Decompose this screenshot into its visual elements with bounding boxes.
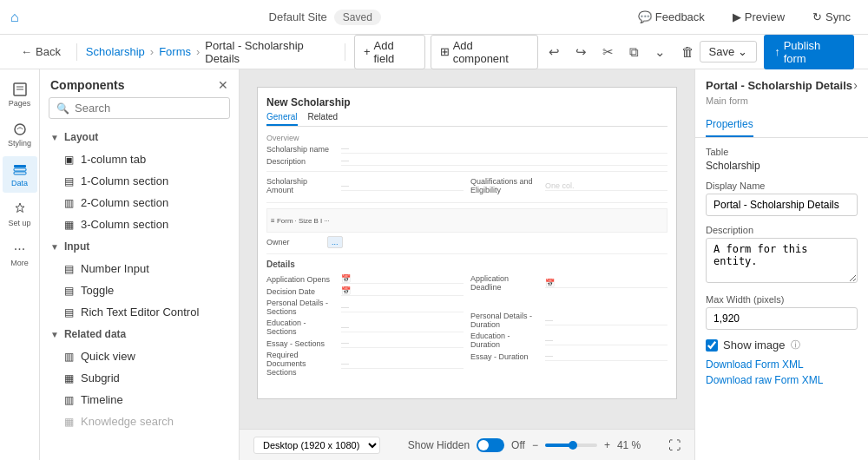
rt-bold-btn[interactable]: B [314, 217, 319, 225]
scholarship-name-value: — [341, 144, 667, 154]
redo-button[interactable]: ↪ [570, 41, 592, 63]
sync-button[interactable]: ↻ Sync [806, 7, 858, 27]
feedback-icon: 💬 [638, 10, 652, 23]
more-toolbar-button[interactable]: ⌄ [649, 41, 671, 63]
essay-sections-label: Essay - Sections [266, 339, 336, 348]
download-form-xml-link[interactable]: Download Form XML [706, 358, 858, 371]
back-button[interactable]: ← Back [14, 42, 68, 62]
sidebar-item-quick-view[interactable]: ▥ Quick view [40, 345, 239, 367]
2col-section-icon: ▥ [64, 197, 74, 209]
rt-size-btn[interactable]: · Size [295, 217, 312, 225]
publish-form-button[interactable]: ↑ Publish form [764, 35, 854, 69]
undo-button[interactable]: ↩ [543, 41, 565, 63]
sidebar-item-2col-section[interactable]: ▥ 2-Column section [40, 192, 239, 214]
nav-setup[interactable]: Set up [3, 196, 37, 233]
show-image-label: Show image [723, 338, 786, 352]
search-icon: 🔍 [56, 102, 69, 115]
preview-button[interactable]: ▶ Preview [726, 7, 792, 27]
display-name-input[interactable] [706, 194, 858, 216]
app-opens-label: Application Opens [266, 275, 336, 284]
rt-form-btn[interactable]: ≡ Form [271, 217, 293, 225]
viewport-select[interactable]: Desktop (1920 x 1080) [253, 437, 380, 454]
overview-label: Overview [266, 134, 667, 142]
delete-button[interactable]: 🗑 [676, 41, 700, 62]
rt-more-btn[interactable]: ··· [324, 217, 330, 225]
sidebar-item-3col-section[interactable]: ▦ 3-Column section [40, 214, 239, 235]
form-tab-related[interactable]: Related [308, 112, 338, 126]
canvas-bottom-left: Desktop (1920 x 1080) [253, 437, 380, 454]
essay-sections-row: Essay - Sections — [266, 338, 464, 348]
qual-value: One col. [545, 181, 667, 191]
edu-duration-label: Education - Duration [470, 332, 540, 349]
breadcrumb: ← Back Scholarship › Forms › Portal - Sc… [14, 35, 700, 69]
tab-properties[interactable]: Properties [706, 113, 753, 137]
knowledge-search-icon: ▦ [64, 416, 74, 428]
layout-section-header[interactable]: ▼ Layout [40, 126, 239, 148]
scholarship-name-row: Scholarship name — [266, 144, 667, 154]
nav-data[interactable]: Data [3, 156, 37, 193]
save-button[interactable]: Save ⌄ [700, 41, 758, 62]
show-hidden-toggle[interactable] [477, 438, 504, 452]
zoom-plus-icon[interactable]: + [604, 439, 610, 451]
show-image-checkbox[interactable] [706, 339, 718, 352]
add-field-button[interactable]: + Add field [354, 35, 425, 69]
zoom-minus-icon[interactable]: − [532, 439, 538, 451]
qual-row: Qualifications and Eligibility One col. [470, 177, 667, 194]
app-deadline-cal: 📅 [545, 279, 667, 288]
fit-screen-icon[interactable]: ⛶ [668, 438, 681, 452]
cut-button[interactable]: ✂ [597, 41, 619, 63]
layout-chevron-icon: ▼ [50, 133, 59, 142]
nav-styling[interactable]: Styling [3, 116, 37, 153]
sidebar-item-1col-tab[interactable]: ▣ 1-column tab [40, 148, 239, 170]
right-panel-expand-icon[interactable]: › [853, 78, 858, 92]
app-opens-cal: 📅 [341, 274, 464, 284]
edu-duration-row: Education - Duration — [470, 332, 667, 349]
personal-sections-row: Personal Details - Sections — [266, 299, 464, 316]
components-sidebar: Components ✕ 🔍 ▼ Layout ▣ 1-column tab ▤… [40, 69, 240, 460]
publish-form-label: Publish form [784, 39, 844, 65]
edu-sections-row: Education - Sections — [266, 319, 464, 336]
canvas-area: New Scholarship General Related Overview… [240, 69, 694, 460]
essay-duration-label: Essay - Duration [470, 352, 540, 361]
rich-text-toolbar: ≡ Form · Size B I ··· [266, 208, 667, 233]
description-textarea[interactable]: A form for this entity. [706, 238, 858, 283]
data-icon [12, 161, 28, 177]
max-width-input[interactable] [706, 307, 858, 330]
sidebar-item-number-input[interactable]: ▤ Number Input [40, 258, 239, 279]
breadcrumb-bar: ← Back Scholarship › Forms › Portal - Sc… [0, 35, 868, 69]
home-icon[interactable]: ⌂ [10, 10, 19, 25]
sidebar-item-knowledge-search[interactable]: ▦ Knowledge search [40, 411, 239, 432]
download-raw-form-xml-link[interactable]: Download raw Form XML [706, 374, 858, 386]
form-tab-general[interactable]: General [266, 112, 298, 126]
sidebar-item-toggle[interactable]: ▤ Toggle [40, 279, 239, 301]
show-hidden-label: Show Hidden [408, 439, 470, 451]
add-component-label: Add component [453, 39, 529, 65]
search-input[interactable] [75, 102, 222, 115]
search-box[interactable]: 🔍 [49, 97, 230, 119]
number-input-icon: ▤ [64, 263, 74, 275]
nav-more[interactable]: ··· More [3, 236, 37, 273]
breadcrumb-forms[interactable]: Forms [159, 45, 191, 58]
sidebar-item-rich-text[interactable]: ▤ Rich Text Editor Control [40, 301, 239, 323]
save-dropdown-icon[interactable]: ⌄ [738, 45, 747, 58]
copy-button[interactable]: ⧉ [624, 41, 644, 63]
sidebar-item-timeline[interactable]: ▥ Timeline [40, 389, 239, 411]
breadcrumb-scholarship[interactable]: Scholarship [86, 45, 145, 58]
panel-tabs: Properties [695, 113, 868, 138]
sidebar-item-subgrid[interactable]: ▦ Subgrid [40, 367, 239, 389]
owner-select[interactable]: ... [327, 236, 343, 248]
rt-italic-btn[interactable]: I [320, 217, 322, 225]
sidebar-close-icon[interactable]: ✕ [218, 78, 228, 92]
canvas-bottom-right: ⛶ [668, 438, 681, 452]
add-component-button[interactable]: ⊞ Add component [431, 35, 538, 69]
sidebar-item-1col-section[interactable]: ▤ 1-Column section [40, 170, 239, 192]
info-icon[interactable]: ⓘ [791, 338, 800, 352]
related-data-section-header[interactable]: ▼ Related data [40, 323, 239, 345]
right-panel: Portal - Scholarship Details › Main form… [694, 69, 868, 460]
zoom-slider[interactable] [545, 444, 597, 447]
input-section-header[interactable]: ▼ Input [40, 235, 239, 258]
feedback-button[interactable]: 💬 Feedback [631, 7, 712, 27]
quick-view-icon: ▥ [64, 351, 74, 363]
nav-pages[interactable]: Pages [3, 76, 37, 113]
owner-label: Owner [266, 238, 327, 246]
